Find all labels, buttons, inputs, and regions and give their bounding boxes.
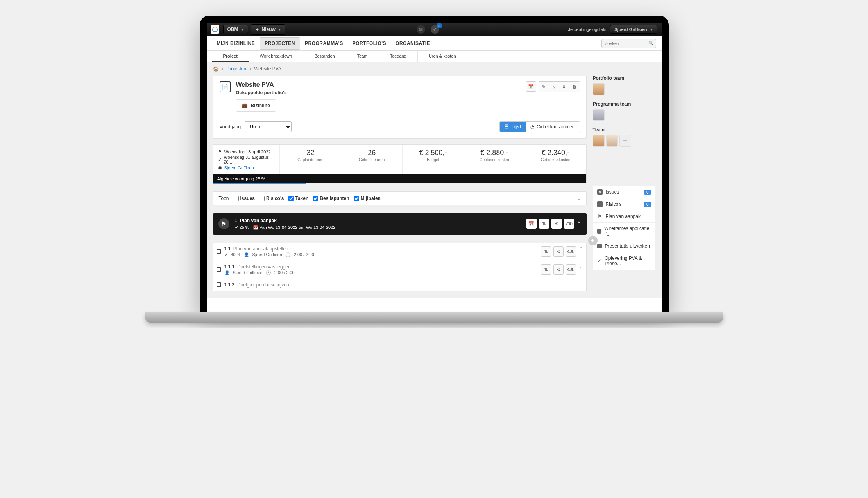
tag-count: 0	[572, 267, 574, 272]
side-item-plan[interactable]: ⚑ Plan van aanpak	[593, 210, 655, 223]
view-pie-button[interactable]: ◔Cirkeldiagrammen	[526, 122, 579, 132]
side-item-label: Presentatie uitwerken	[605, 243, 650, 249]
filter-milestones[interactable]: Mijlpalen	[354, 196, 381, 201]
list-icon: ☰	[505, 124, 509, 129]
owner-link[interactable]: Sjoerd Griffioen	[224, 165, 254, 170]
side-heading-programma-team: Programma team	[593, 101, 655, 107]
task-checkbox[interactable]	[213, 282, 224, 288]
chevron-down-icon[interactable]: ⌄	[577, 196, 581, 201]
tab-uren-kosten[interactable]: Uren & kosten	[418, 51, 467, 62]
tasks-icon[interactable]: ✔1	[431, 25, 439, 34]
stat-label: Geboekte kosten	[527, 158, 585, 162]
home-icon[interactable]: 🏠	[213, 66, 219, 72]
user-menu[interactable]: Sjoerd Griffioen	[610, 25, 657, 34]
portfolio-chip[interactable]: 💼 Bizinline	[236, 99, 276, 112]
login-as-label: Je bent ingelogd als	[568, 27, 607, 32]
tab-project[interactable]: Project	[212, 51, 249, 62]
task-name[interactable]: Doelstellingen vastleggen	[237, 264, 291, 270]
tag-count: 0	[572, 249, 574, 254]
add-member-button[interactable]: +	[619, 135, 631, 147]
move-button[interactable]: ⇅	[541, 264, 551, 275]
new-button[interactable]: ＋Nieuw	[251, 24, 285, 35]
app-logo[interactable]	[211, 25, 219, 34]
portfolio-chip-label: Bizinline	[251, 103, 270, 108]
new-button-label: Nieuw	[262, 27, 276, 32]
filter-issues[interactable]: Issues	[234, 196, 255, 201]
refresh-button[interactable]: ⟲	[553, 264, 564, 275]
chevron-up-icon[interactable]: ⌃	[576, 246, 586, 257]
move-button[interactable]: ⇅	[539, 219, 549, 229]
filter-decisions[interactable]: Beslispunten	[313, 196, 349, 201]
avatar[interactable]	[593, 135, 605, 147]
filter-tasks[interactable]: Taken	[288, 196, 308, 201]
refresh-button[interactable]: ⟲	[551, 219, 562, 229]
clock-icon: 🕐	[266, 270, 271, 275]
side-item-issues[interactable]: ✕ Issues 0	[593, 186, 655, 198]
delete-button[interactable]: 🗑	[569, 82, 580, 92]
add-button[interactable]: +	[588, 236, 598, 245]
calendar-button[interactable]: 📅	[526, 219, 537, 229]
side-item-risicos[interactable]: ! Risico's 0	[593, 198, 655, 210]
side-item-presentatie[interactable]: Presentatie uitwerken	[593, 240, 655, 252]
end-date: Woensdag 31 augustus 20...	[224, 155, 275, 164]
progress-fill	[213, 183, 307, 184]
avatar[interactable]	[606, 135, 618, 147]
share-button[interactable]: ⎋	[549, 82, 559, 92]
tag-button[interactable]: 🏷 0	[566, 264, 576, 275]
nav-programmas[interactable]: PROGRAMMA'S	[300, 38, 348, 49]
tag-button[interactable]: 🏷 0	[566, 246, 576, 257]
search-input[interactable]	[601, 39, 656, 48]
filter-bar: Toon Issues Risico's Taken Beslispunten …	[213, 191, 587, 205]
check-icon: ✔	[224, 252, 228, 257]
task-checkbox[interactable]	[213, 264, 224, 275]
nav-portfolios[interactable]: PORTFOLIO'S	[348, 38, 391, 49]
refresh-button[interactable]: ⟲	[553, 246, 564, 257]
tab-bestanden[interactable]: Bestanden	[303, 51, 346, 62]
task-hours: 2:00 / 2:00	[274, 270, 295, 275]
side-item-label: Oplevering PVA & Prese...	[605, 255, 651, 266]
project-subtitle: Gekoppelde portfolio's	[236, 90, 287, 95]
side-item-label: Issues	[606, 189, 619, 195]
avatar[interactable]	[593, 109, 605, 121]
chevron-up-icon[interactable]: ⌃	[576, 221, 581, 227]
breadcrumb-sep: ›	[222, 66, 224, 72]
nav-projecten[interactable]: PROJECTEN	[260, 37, 300, 50]
edit-button[interactable]: ✎	[539, 82, 549, 92]
task-checkbox[interactable]	[213, 246, 224, 257]
notification-badge: 1	[437, 23, 442, 28]
tab-team[interactable]: Team	[346, 51, 379, 62]
view-list-button[interactable]: ☰Lijst	[500, 122, 526, 132]
clock-icon: 🕐	[285, 252, 291, 257]
move-button[interactable]: ⇅	[541, 246, 551, 257]
user-name: Sjoerd Griffioen	[614, 27, 647, 32]
side-item-oplevering[interactable]: ✔ Oplevering PVA & Prese...	[593, 252, 655, 270]
task-name[interactable]: Doelgroepen beschrijven	[237, 282, 289, 288]
nav-mijn-bizinline[interactable]: MIJN BIZINLINE	[212, 38, 260, 49]
warning-icon: !	[597, 201, 603, 207]
chevron-down-icon[interactable]: ⌄	[576, 264, 586, 275]
filter-risks[interactable]: Risico's	[260, 196, 284, 201]
view-list-label: Lijst	[511, 124, 521, 129]
calendar-button[interactable]: 📅	[526, 81, 536, 92]
avatar[interactable]	[593, 83, 605, 95]
side-item-wireframes[interactable]: Wireframes applicatie P...	[593, 223, 655, 240]
tag-button[interactable]: 🏷 0	[564, 219, 574, 229]
chevron-down-icon	[650, 29, 653, 31]
tab-work-breakdown[interactable]: Work breakdown	[249, 51, 303, 62]
task-name[interactable]: Plan van aanpak opstellen	[233, 246, 288, 252]
phase-name: Plan van aanpak	[240, 218, 277, 223]
breadcrumb-link[interactable]: Projecten	[227, 66, 247, 72]
voortgang-select[interactable]: Uren	[245, 121, 292, 132]
filter-label: Toon	[219, 196, 229, 201]
side-badge: 0	[644, 202, 651, 207]
view-pie-label: Cirkeldiagrammen	[537, 124, 574, 129]
download-button[interactable]: ⬇	[559, 82, 569, 92]
phase-progress: 25 %	[240, 225, 249, 230]
inbox-icon[interactable]: ✉	[417, 25, 425, 34]
stat-value: € 2.880,-	[465, 149, 523, 157]
task-progress: 40 %	[231, 252, 241, 257]
tab-toegang[interactable]: Toegang	[379, 51, 418, 62]
nav-organisatie[interactable]: ORGANISATIE	[391, 38, 435, 49]
org-selector[interactable]: OBM	[223, 25, 248, 34]
main-nav: MIJN BIZINLINE PROJECTEN PROGRAMMA'S POR…	[207, 36, 662, 51]
